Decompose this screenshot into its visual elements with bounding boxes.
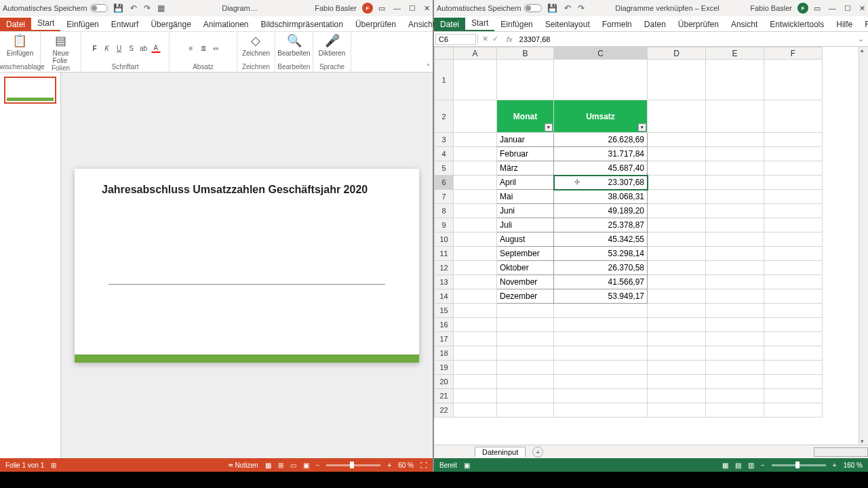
cell-A2[interactable] — [454, 100, 497, 133]
cell-D18[interactable] — [648, 346, 706, 361]
maximize-icon[interactable]: ☐ — [409, 4, 416, 13]
bold-button[interactable]: F — [90, 43, 100, 53]
cell-B19[interactable] — [497, 361, 554, 375]
cell-C13[interactable]: 41.566,97 — [554, 275, 648, 289]
cell-A21[interactable] — [454, 389, 497, 403]
cell-B8[interactable]: Juni — [497, 204, 554, 218]
cell-F10[interactable] — [764, 232, 823, 247]
tab-bildschirmpräsentation[interactable]: Bildschirmpräsentation — [255, 18, 349, 31]
cell-F16[interactable] — [764, 318, 823, 332]
pp-autosave-toggle[interactable]: Automatisches Speichern — [3, 4, 108, 12]
cell-C21[interactable] — [554, 389, 648, 403]
cell-D10[interactable] — [648, 232, 706, 247]
cell-D1[interactable] — [648, 60, 706, 100]
cancel-fx-icon[interactable]: ✕ — [482, 35, 488, 43]
cell-A11[interactable] — [454, 247, 497, 261]
paste-button[interactable]: 📋Einfügen — [7, 33, 33, 57]
enter-fx-icon[interactable]: ✓ — [492, 35, 498, 43]
slide-title[interactable]: Jahresabschluss Umsatzzahlen Geschäftsja… — [102, 184, 392, 196]
cell-D5[interactable] — [648, 161, 706, 176]
slide-thumbnail-1[interactable] — [4, 77, 56, 104]
cell-B14[interactable]: Dezember — [497, 289, 554, 304]
tab-überprüfen[interactable]: Überprüfen — [672, 18, 725, 31]
cell-E11[interactable] — [706, 247, 764, 261]
row-header-11[interactable]: 11 — [435, 247, 454, 261]
cell-E12[interactable] — [706, 261, 764, 275]
cell-B3[interactable]: Januar — [497, 133, 554, 147]
name-box[interactable] — [435, 34, 476, 45]
row-header-19[interactable]: 19 — [435, 361, 454, 375]
fx-icon[interactable]: fx — [502, 35, 517, 43]
cell-E22[interactable] — [706, 403, 764, 418]
cell-E9[interactable] — [706, 218, 764, 232]
zoom-level[interactable]: 160 % — [844, 462, 863, 469]
cell-A10[interactable] — [454, 232, 497, 247]
horizontal-scrollbar[interactable] — [814, 447, 868, 457]
italic-button[interactable]: K — [102, 43, 112, 53]
cell-F2[interactable] — [764, 100, 823, 133]
cell-D22[interactable] — [648, 403, 706, 418]
row-header-15[interactable]: 15 — [435, 304, 454, 318]
zoom-in-button[interactable]: + — [833, 462, 837, 469]
cell-F20[interactable] — [764, 375, 823, 389]
cell-D13[interactable] — [648, 275, 706, 289]
cell-D9[interactable] — [648, 218, 706, 232]
tab-einfügen[interactable]: Einfügen — [494, 18, 538, 31]
macro-record-icon[interactable]: ▣ — [464, 462, 470, 469]
cell-F12[interactable] — [764, 261, 823, 275]
cell-C9[interactable]: 25.378,87 — [554, 218, 648, 232]
normal-view-icon[interactable]: ▦ — [265, 462, 271, 469]
cell-E4[interactable] — [706, 147, 764, 161]
row-header-5[interactable]: 5 — [435, 161, 454, 176]
page-break-icon[interactable]: ▥ — [748, 462, 754, 469]
cell-C11[interactable]: 53.298,14 — [554, 247, 648, 261]
cell-B2[interactable]: Monat▾ — [497, 100, 554, 133]
cell-B5[interactable]: März — [497, 161, 554, 176]
cell-E5[interactable] — [706, 161, 764, 176]
bullets-button[interactable]: ≡ — [186, 43, 196, 53]
accessibility-icon[interactable]: ⊞ — [51, 462, 56, 469]
tab-daten[interactable]: Daten — [638, 18, 672, 31]
cell-A7[interactable] — [454, 190, 497, 204]
cell-E16[interactable] — [706, 318, 764, 332]
cell-D11[interactable] — [648, 247, 706, 261]
cell-A14[interactable] — [454, 289, 497, 304]
tab-entwurf[interactable]: Entwurf — [105, 18, 145, 31]
cell-E1[interactable] — [706, 60, 764, 100]
add-sheet-button[interactable]: + — [532, 447, 543, 458]
cell-B16[interactable] — [497, 318, 554, 332]
cell-C5[interactable]: 45.687,40 — [554, 161, 648, 176]
tab-ansicht[interactable]: Ansicht — [725, 18, 764, 31]
cell-F17[interactable] — [764, 332, 823, 346]
cell-D17[interactable] — [648, 332, 706, 346]
row-header-1[interactable]: 1 — [435, 60, 454, 100]
cell-C6[interactable]: ✢23.307,68 — [554, 176, 648, 190]
cell-B9[interactable]: Juli — [497, 218, 554, 232]
zoom-level[interactable]: 60 % — [398, 462, 414, 469]
row-header-8[interactable]: 8 — [435, 204, 454, 218]
row-header-6[interactable]: 6 — [435, 176, 454, 190]
cell-D20[interactable] — [648, 375, 706, 389]
cell-B22[interactable] — [497, 403, 554, 418]
cell-E8[interactable] — [706, 204, 764, 218]
cell-F6[interactable] — [764, 176, 823, 190]
row-header-20[interactable]: 20 — [435, 375, 454, 389]
notes-button[interactable]: ≐ Notizen — [228, 462, 258, 469]
row-header-14[interactable]: 14 — [435, 289, 454, 304]
cell-C1[interactable] — [554, 60, 648, 100]
cell-B1[interactable] — [497, 60, 554, 100]
cell-E3[interactable] — [706, 133, 764, 147]
cell-F3[interactable] — [764, 133, 823, 147]
save-icon[interactable]: 💾 — [113, 3, 123, 13]
cell-A5[interactable] — [454, 161, 497, 176]
cell-F22[interactable] — [764, 403, 823, 418]
cell-E6[interactable] — [706, 176, 764, 190]
collapse-ribbon-icon[interactable]: ˄ — [427, 63, 430, 70]
font-color-button[interactable]: A — [151, 43, 161, 53]
tab-seitenlayout[interactable]: Seitenlayout — [539, 18, 596, 31]
col-header-D[interactable]: D — [648, 47, 706, 60]
worksheet-grid[interactable]: ABCDEF12Monat▾Umsatz▾3Januar26.628,694Fe… — [434, 47, 823, 418]
cell-E18[interactable] — [706, 346, 764, 361]
col-header-B[interactable]: B — [497, 47, 554, 60]
cell-C20[interactable] — [554, 375, 648, 389]
